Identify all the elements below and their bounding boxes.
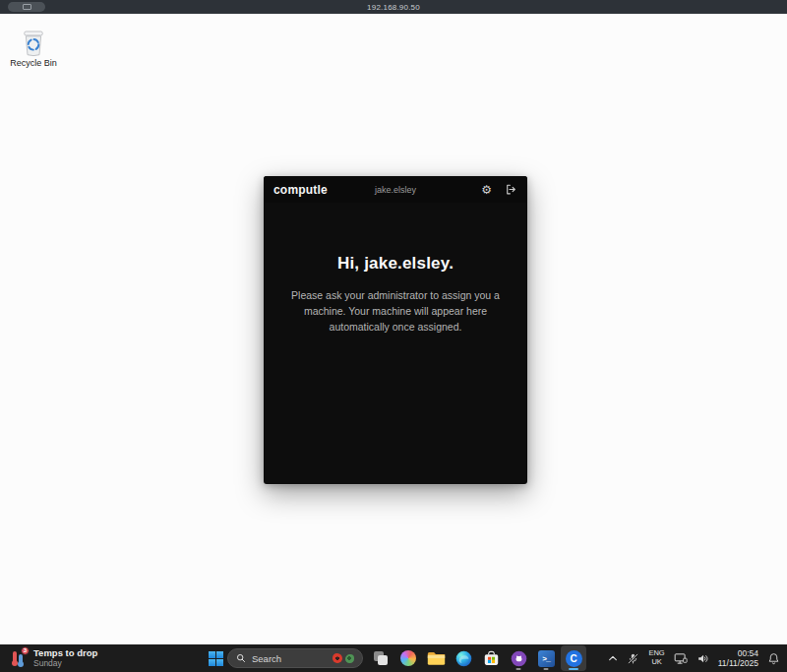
green-flower-icon <box>345 654 354 663</box>
no-machine-message: Please ask your administrator to assign … <box>286 288 505 336</box>
tray-time: 00:54 <box>718 648 758 658</box>
running-indicator <box>544 668 549 671</box>
thermometer-icon: 3 <box>10 649 28 667</box>
window-header: computle jake.elsley ⚙ <box>264 176 527 203</box>
hidden-icons-chevron-icon[interactable] <box>608 654 618 662</box>
window-body: Hi, jake.elsley. Please ask your adminis… <box>264 203 527 336</box>
greeting-title: Hi, jake.elsley. <box>337 254 454 274</box>
notification-bell-icon[interactable] <box>767 652 780 665</box>
header-actions: ⚙ <box>481 183 517 196</box>
screen: 192.168.90.50 Recycle Bin computle jake.… <box>0 0 787 672</box>
clock[interactable]: 00:54 11/11/2025 <box>718 648 758 668</box>
connection-address: 192.168.90.50 <box>367 3 420 12</box>
settings-gear-icon[interactable]: ⚙ <box>481 184 492 196</box>
search-icon <box>236 653 246 663</box>
taskbar-app-icons: >_ C <box>368 645 586 671</box>
powershell-button[interactable]: >_ <box>533 645 559 671</box>
edge-button[interactable] <box>451 645 476 671</box>
connection-bar: 192.168.90.50 <box>0 0 787 14</box>
system-tray: ENG UK 00:54 11/11/2025 <box>608 644 787 672</box>
github-desktop-button[interactable] <box>506 645 531 671</box>
microsoft-store-button[interactable] <box>478 645 504 671</box>
tray-date: 11/11/2025 <box>718 658 758 668</box>
search-box[interactable]: Search <box>227 648 363 668</box>
desktop: Recycle Bin computle jake.elsley ⚙ Hi, j… <box>0 14 787 644</box>
weather-subline: Sunday <box>33 659 97 669</box>
task-view-button[interactable] <box>368 645 394 671</box>
language-line2: UK <box>648 658 664 667</box>
computle-app-icon: C <box>566 650 582 667</box>
microsoft-store-icon <box>483 650 500 667</box>
weather-headline: Temps to drop <box>33 648 97 659</box>
active-indicator <box>569 668 578 671</box>
weather-badge: 3 <box>21 646 30 655</box>
weather-text: Temps to drop Sunday <box>33 648 97 669</box>
search-placeholder: Search <box>252 653 333 664</box>
computle-app-button[interactable]: C <box>561 645 586 671</box>
volume-icon[interactable] <box>696 652 709 665</box>
copilot-icon <box>400 650 416 666</box>
file-explorer-icon <box>427 650 446 666</box>
edge-icon <box>455 650 472 667</box>
windows-logo-icon <box>209 651 223 666</box>
sign-out-icon[interactable] <box>505 183 517 196</box>
copilot-button[interactable] <box>395 645 421 671</box>
powershell-icon: >_ <box>538 650 555 667</box>
weather-widget[interactable]: 3 Temps to drop Sunday <box>2 644 105 672</box>
microphone-muted-icon[interactable] <box>627 652 639 665</box>
recycle-bin-icon <box>20 28 47 57</box>
poppy-flower-icon <box>333 653 342 663</box>
file-explorer-button[interactable] <box>423 645 449 671</box>
start-button[interactable] <box>203 645 228 671</box>
computle-window: computle jake.elsley ⚙ Hi, jake.elsley. … <box>264 176 527 484</box>
github-icon <box>511 650 527 667</box>
brand-logo: computle <box>273 183 328 197</box>
monitor-icon <box>23 4 31 10</box>
network-icon[interactable] <box>674 652 688 665</box>
recycle-bin-label: Recycle Bin <box>6 58 61 68</box>
connection-bar-menu-button[interactable] <box>8 2 45 12</box>
language-indicator[interactable]: ENG UK <box>648 649 664 666</box>
recycle-bin-shortcut[interactable]: Recycle Bin <box>6 28 61 68</box>
running-indicator <box>516 668 521 671</box>
taskbar: 3 Temps to drop Sunday Search <box>0 644 787 672</box>
task-view-icon <box>370 647 392 669</box>
